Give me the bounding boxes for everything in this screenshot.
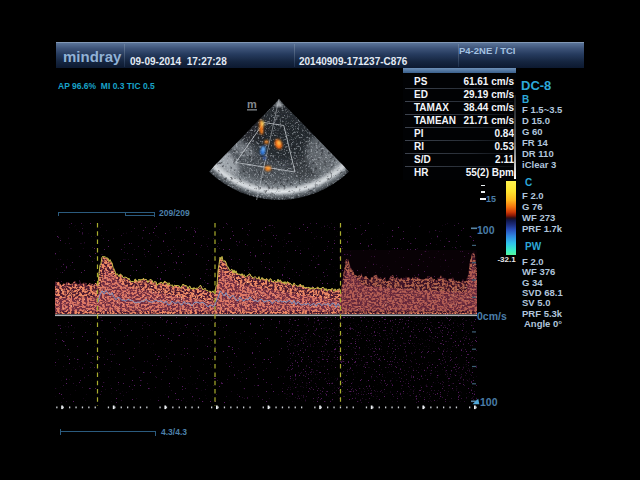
svg-text:m: m (247, 98, 257, 110)
